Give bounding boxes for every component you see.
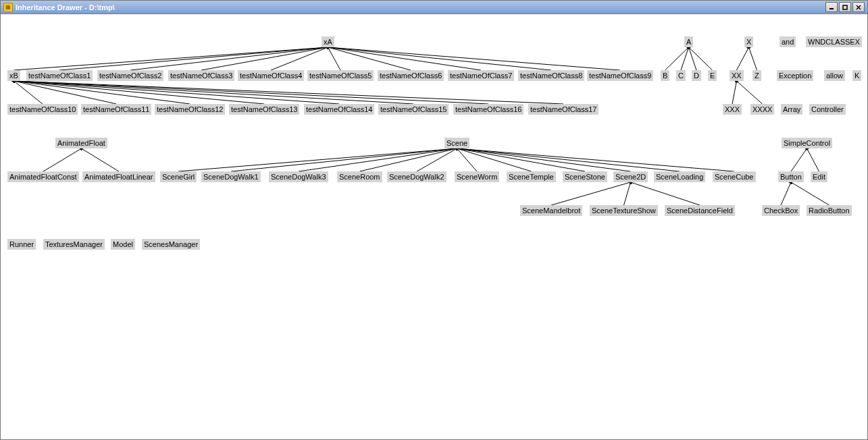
class-node[interactable]: testNameOfClass14: [304, 104, 374, 115]
diagram-canvas[interactable]: xAAXandWNDCLASSEXxBtestNameOfClass1testN…: [1, 14, 867, 439]
class-node[interactable]: Runner: [7, 239, 36, 250]
inheritance-edge: [328, 47, 411, 70]
class-node[interactable]: testNameOfClass16: [453, 104, 524, 115]
class-node[interactable]: SceneLoading: [654, 171, 705, 182]
class-node[interactable]: SceneTextureShow: [590, 205, 658, 216]
class-node[interactable]: A: [684, 36, 693, 47]
class-node[interactable]: C: [676, 70, 686, 81]
inheritance-edge: [732, 81, 737, 104]
class-node[interactable]: SceneDogWalk1: [201, 171, 261, 182]
svg-rect-1: [843, 5, 847, 9]
class-node[interactable]: RadioButton: [807, 205, 852, 216]
class-node[interactable]: Scene: [444, 138, 469, 148]
class-node[interactable]: AnimatedFloatConst: [7, 171, 79, 182]
class-node[interactable]: testNameOfClass15: [378, 104, 449, 115]
class-node[interactable]: testNameOfClass13: [229, 104, 299, 115]
class-node[interactable]: allow: [824, 70, 845, 81]
class-node[interactable]: testNameOfClass8: [518, 70, 584, 81]
class-node[interactable]: and: [780, 36, 796, 47]
class-node[interactable]: SceneCube: [713, 171, 756, 182]
class-node[interactable]: Controller: [809, 104, 846, 115]
inheritance-edge: [130, 47, 328, 70]
class-node[interactable]: testNameOfClass5: [307, 70, 374, 81]
class-node[interactable]: XXX: [723, 104, 742, 115]
class-node[interactable]: SceneRoom: [337, 171, 382, 182]
window-title: Inheritance Drawer - D:\tmp\: [16, 3, 825, 11]
class-node[interactable]: Z: [752, 70, 761, 81]
class-node[interactable]: D: [692, 70, 701, 81]
class-node[interactable]: testNameOfClass12: [155, 104, 225, 115]
class-node[interactable]: WNDCLASSEX: [806, 36, 862, 47]
inheritance-edge: [43, 148, 82, 171]
class-node[interactable]: Edit: [811, 171, 827, 182]
app-icon: ▦: [3, 3, 13, 12]
class-node[interactable]: TexturesManager: [43, 239, 105, 250]
class-node[interactable]: Array: [781, 104, 802, 115]
inheritance-edge: [328, 47, 482, 70]
inheritance-edge: [328, 47, 341, 70]
class-node[interactable]: testNameOfClass10: [7, 104, 78, 115]
class-node[interactable]: testNameOfClass9: [587, 70, 653, 81]
inheritance-edge: [14, 81, 43, 104]
inheritance-edge: [299, 148, 457, 171]
class-node[interactable]: testNameOfClass6: [378, 70, 444, 81]
inheritance-edge: [457, 148, 735, 171]
inheritance-edge: [271, 47, 328, 70]
class-node[interactable]: SceneDogWalk2: [387, 171, 446, 182]
class-node[interactable]: ScenesManager: [142, 239, 200, 250]
titlebar[interactable]: ▦ Inheritance Drawer - D:\tmp\: [1, 1, 867, 14]
inheritance-edge: [551, 182, 631, 205]
inheritance-edge: [631, 182, 700, 205]
class-node[interactable]: E: [708, 70, 717, 81]
class-node[interactable]: Exception: [777, 70, 813, 81]
maximize-button[interactable]: [839, 2, 851, 12]
class-node[interactable]: SceneDistanceField: [665, 205, 735, 216]
inheritance-edge: [14, 47, 328, 70]
class-node[interactable]: SceneGirl: [160, 171, 197, 182]
class-node[interactable]: B: [661, 70, 669, 81]
class-node[interactable]: xB: [7, 70, 20, 81]
class-node[interactable]: Scene2D: [613, 171, 648, 182]
class-node[interactable]: SceneStone: [563, 171, 607, 182]
class-node[interactable]: SceneWorm: [455, 171, 499, 182]
class-node[interactable]: XXXX: [750, 104, 774, 115]
inheritance-edge: [737, 47, 749, 70]
class-node[interactable]: K: [852, 70, 861, 81]
class-node[interactable]: SceneDogWalk3: [269, 171, 328, 182]
class-node[interactable]: AnimatedFloatLinear: [82, 171, 155, 182]
class-node[interactable]: CheckBox: [762, 205, 800, 216]
class-node[interactable]: testNameOfClass17: [528, 104, 598, 115]
inheritance-edge: [749, 47, 757, 70]
class-node[interactable]: SceneTemple: [507, 171, 556, 182]
class-node[interactable]: testNameOfClass3: [168, 70, 234, 81]
class-node[interactable]: X: [744, 36, 753, 47]
close-button[interactable]: [852, 2, 865, 12]
inheritance-edge: [59, 47, 328, 70]
inheritance-edge: [457, 148, 586, 171]
class-node[interactable]: testNameOfClass7: [448, 70, 514, 81]
class-node[interactable]: Button: [778, 171, 804, 182]
inheritance-edge: [791, 182, 829, 205]
class-node[interactable]: testNameOfClass4: [238, 70, 304, 81]
class-node[interactable]: testNameOfClass2: [97, 70, 163, 81]
class-node[interactable]: testNameOfClass11: [81, 104, 151, 115]
inheritance-edge: [689, 47, 697, 70]
inheritance-edge: [457, 148, 478, 171]
inheritance-edge: [328, 47, 621, 70]
inheritance-edge: [328, 47, 552, 70]
minimize-button[interactable]: [825, 2, 838, 12]
inheritance-edge: [781, 182, 791, 205]
inheritance-edge: [201, 47, 328, 70]
class-node[interactable]: SceneMandelbrot: [520, 205, 582, 216]
inheritance-edge: [14, 81, 564, 104]
class-node[interactable]: SimpleControl: [782, 138, 832, 148]
class-node[interactable]: AnimatedFloat: [55, 138, 107, 148]
class-node[interactable]: Model: [111, 239, 135, 250]
inheritance-edge: [624, 182, 631, 205]
inheritance-edge: [14, 81, 190, 104]
class-node[interactable]: xA: [322, 36, 334, 47]
window: ▦ Inheritance Drawer - D:\tmp\ xAAXandWN…: [0, 0, 868, 440]
class-node[interactable]: XX: [730, 70, 744, 81]
class-node[interactable]: testNameOfClass1: [26, 70, 93, 81]
inheritance-edge: [681, 47, 689, 70]
